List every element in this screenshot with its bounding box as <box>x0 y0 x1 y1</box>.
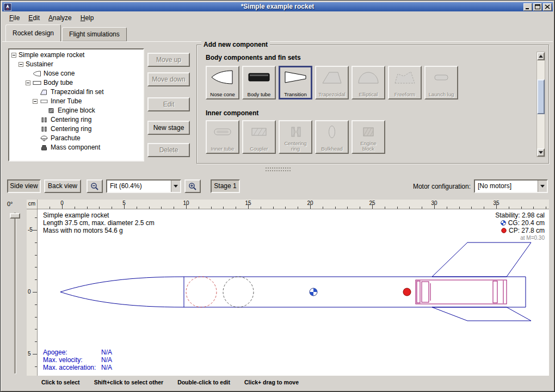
bulkhead-large-icon <box>320 123 344 140</box>
add-nose-cone-button[interactable]: Nose cone <box>206 66 239 99</box>
ruler-label-10: 10 <box>183 200 189 206</box>
window-title: *Simple example rocket <box>2 2 553 11</box>
inner-tube-large-icon <box>211 123 235 140</box>
inner-tube-icon <box>40 98 49 105</box>
zoom-level-value: Fit (60.4%) <box>107 181 171 192</box>
close-icon[interactable] <box>543 3 552 11</box>
tree-item-label: Centering ring <box>51 125 91 134</box>
rocket-canvas[interactable]: Simple example rocket Length 37.5 cm, ma… <box>38 209 549 376</box>
tree-item-label: Trapezoidal fin set <box>51 88 104 97</box>
new-stage-button[interactable]: New stage <box>147 121 190 135</box>
side-view-button[interactable]: Side view <box>7 179 41 193</box>
scroll-up-icon[interactable] <box>537 52 545 60</box>
scroll-down-icon[interactable] <box>537 148 545 157</box>
tree-item-label: Engine block <box>58 106 95 115</box>
tree-expander-icon[interactable] <box>26 80 30 85</box>
engine-block-large-icon <box>356 123 380 140</box>
component-scrollbar[interactable] <box>536 52 545 157</box>
add-freeform-button: Freeform <box>388 66 422 99</box>
move-up-button: Move up <box>147 53 190 67</box>
zoom-in-icon <box>188 182 197 191</box>
rocket-name: Simple example rocket <box>43 211 155 219</box>
zoom-level-select[interactable]: Fit (60.4%) <box>106 179 181 193</box>
tree-item-body-tube[interactable]: Body tube <box>9 78 143 88</box>
ruler-label-5: 5 <box>28 351 31 357</box>
motor-configuration-select[interactable]: [No motors] <box>474 179 548 193</box>
menubar: FileEditAnalyzeHelp <box>2 11 553 24</box>
tree-item-inner-tube[interactable]: Inner Tube <box>9 97 143 106</box>
add-body-tube-button[interactable]: Body tube <box>242 66 276 99</box>
nose-cone-outline <box>60 277 184 307</box>
body-component-buttons: Nose coneBody tubeTransitionTrapezoidalE… <box>206 66 458 99</box>
ruler-unit-label: cm <box>27 200 38 209</box>
flight-data: Apogee:N/AMax. velocity:N/AMax. accelera… <box>43 349 112 371</box>
flight-row-max-acceleration: Max. acceleration:N/A <box>43 364 112 371</box>
tree-item-parachute[interactable]: Parachute <box>9 134 143 143</box>
parachute-icon <box>40 135 49 142</box>
tree-item-simple-example-rocket[interactable]: Simple example rocket <box>9 51 143 60</box>
tab-rocket-design[interactable]: Rocket design <box>5 24 61 41</box>
front-centering-ring-outline <box>417 281 420 303</box>
splitter-handle[interactable] <box>266 167 291 171</box>
back-view-button[interactable]: Back view <box>44 179 81 193</box>
cg-icon <box>501 220 506 226</box>
tree-item-centering-ring[interactable]: Centering ring <box>9 115 143 125</box>
ruler-label-30: 30 <box>431 200 437 206</box>
add-elliptical-button: Elliptical <box>351 66 385 99</box>
mass-component-icon <box>40 145 49 151</box>
stage-1-toggle[interactable]: Stage 1 <box>211 179 240 193</box>
tab-flight-simulations[interactable]: Flight simulations <box>62 27 127 41</box>
tree-item-label: Inner Tube <box>51 97 82 106</box>
add-inner-tube-button: Inner tube <box>206 120 239 154</box>
tree-item-engine-block[interactable]: Engine block <box>9 106 143 115</box>
cg-marker <box>310 288 317 296</box>
rotation-slider-handle[interactable] <box>10 213 20 219</box>
coupler-large-icon <box>247 123 271 140</box>
add-component-title: Add new component <box>201 41 270 48</box>
rear-centering-ring-outline <box>493 281 497 303</box>
tree-item-label: Centering ring <box>51 115 91 125</box>
tree-expander-icon[interactable] <box>18 62 23 67</box>
rotation-slider-track[interactable] <box>14 213 16 374</box>
chevron-down-icon[interactable] <box>171 181 180 192</box>
cp-value: CP: 27.8 cm <box>509 227 545 234</box>
tree-item-sustainer[interactable]: Sustainer <box>9 60 143 69</box>
tree-item-label: Sustainer <box>26 60 53 69</box>
ruler-label-0: 0 <box>60 200 64 206</box>
cp-marker <box>403 288 411 296</box>
rocket-dimensions: Length 37.5 cm, max. diameter 2.5 cm <box>43 219 155 227</box>
tree-item-label: Nose cone <box>44 69 75 78</box>
centering-ring-icon <box>40 117 49 123</box>
tree-item-label: Simple example rocket <box>18 51 84 60</box>
zoom-in-button[interactable] <box>184 179 201 193</box>
tree-expander-icon[interactable] <box>33 99 38 104</box>
tree-item-nose-cone[interactable]: Nose cone <box>9 69 143 78</box>
tree-item-label: Mass component <box>51 143 100 152</box>
add-trapezoidal-button: Trapezoidal <box>315 66 349 99</box>
menu-help[interactable]: Help <box>76 13 98 23</box>
tree-item-centering-ring[interactable]: Centering ring <box>9 125 143 134</box>
tree-item-label: Parachute <box>51 134 81 143</box>
mach-label: at M=0.30 <box>495 234 545 241</box>
menu-edit[interactable]: Edit <box>24 13 44 23</box>
maximize-icon[interactable] <box>533 3 542 11</box>
body-components-label: Body components and fin sets <box>206 54 301 61</box>
zoom-out-button[interactable] <box>87 179 103 193</box>
add-transition-button[interactable]: Transition <box>279 66 312 99</box>
tree-item-mass-component[interactable]: Mass component <box>9 143 143 152</box>
tree-expander-icon[interactable] <box>11 53 16 58</box>
rocket-info: Simple example rocket Length 37.5 cm, ma… <box>43 211 155 234</box>
minimize-icon[interactable] <box>523 3 532 11</box>
menu-analyze[interactable]: Analyze <box>44 13 76 23</box>
tree-item-trapezoidal-fin-set[interactable]: Trapezoidal fin set <box>9 88 143 97</box>
motor-configuration-value: [No motors] <box>475 181 538 192</box>
trapezoidal-fin-large-icon <box>320 69 344 85</box>
launch-lug-large-icon <box>429 69 453 85</box>
menu-file[interactable]: File <box>5 13 24 23</box>
inner-component-label: Inner component <box>206 109 258 117</box>
chevron-down-icon[interactable] <box>538 181 547 192</box>
stability-value: Stability: 2.98 cal <box>495 211 545 219</box>
scrollbar-thumb[interactable] <box>537 79 545 114</box>
delete-button: Delete <box>147 143 190 157</box>
add-component-panel: Add new component Body components and fi… <box>196 45 549 164</box>
